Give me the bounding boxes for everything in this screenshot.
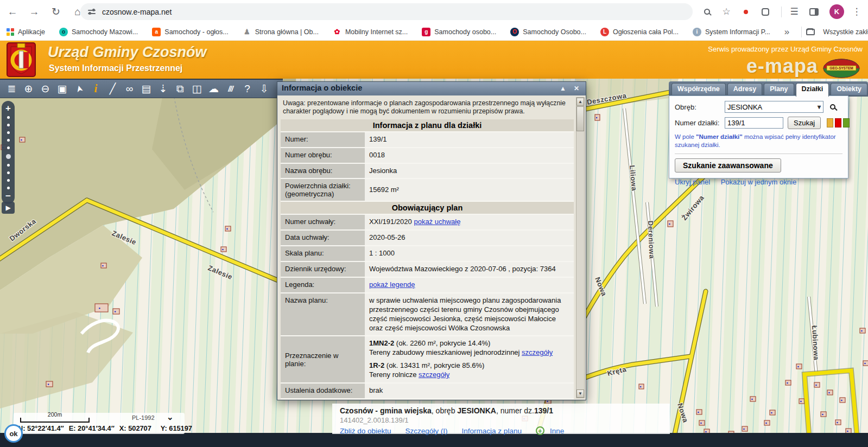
zoom-extent-icon[interactable]: ▣ (54, 82, 71, 96)
table-row: Data uchwały: 2020-05-26 (281, 231, 574, 246)
layers-icon[interactable]: ≣ (3, 82, 20, 96)
zoom-to-object-link[interactable]: Zbliż do obiektu (340, 427, 391, 435)
bookmark-item[interactable]: OSamochody Osobo... (510, 28, 586, 36)
back-icon[interactable]: ← (3, 3, 22, 21)
single-window-link[interactable]: Pokazuj w jednym oknie (721, 178, 796, 186)
zoom-out-button[interactable]: − (5, 191, 11, 201)
zoom-level-dot[interactable] (7, 146, 10, 149)
zoom-level-dot[interactable] (7, 116, 10, 119)
download-icon[interactable]: ⇩ (256, 82, 273, 96)
show-resolution-link[interactable]: pokaż uchwałę (414, 218, 460, 226)
hide-panel-link[interactable]: Ukryj panel (675, 178, 710, 186)
scrollbar-thumb[interactable] (576, 106, 584, 131)
zoom-level-dot[interactable] (7, 139, 10, 142)
plan-destination: 1MN2-2 (ok. 2260 m², pokrycie 14.4%) Ter… (369, 339, 569, 357)
bookmark-item[interactable]: oSamochody Mazowi... (59, 28, 138, 36)
help-icon[interactable]: ? (239, 82, 256, 96)
draw-polygon-icon[interactable]: ☁ (205, 82, 222, 96)
address-bar[interactable]: czosnow.e-mapa.net (80, 3, 693, 20)
dialog-title: Informacja o obiekcie (282, 84, 362, 92)
all-bookmarks-label[interactable]: Wszystkie zakładki (823, 28, 868, 36)
object-summary-bar: Czosnów - gmina wiejska, obręb JESIONKA,… (332, 404, 670, 434)
forward-icon[interactable]: → (25, 3, 43, 21)
crs-chevron-icon[interactable]: ⌄ (167, 412, 174, 422)
legend-chip[interactable] (835, 118, 841, 127)
obreb-select[interactable]: JESIONKA ▾ (725, 101, 823, 113)
divider (781, 7, 782, 17)
side-panel-icon[interactable] (806, 8, 822, 16)
street-view-icon[interactable]: ⇣ (155, 82, 172, 96)
bookmark-item[interactable]: ✿Mobilny Internet sz... (333, 28, 408, 36)
compare-icon[interactable]: ⧉ (172, 82, 188, 96)
plan-info-link[interactable]: Informacja z planu (462, 427, 522, 435)
show-legend-link[interactable]: pokaż legendę (369, 280, 415, 289)
advanced-search-button[interactable]: Szukanie zaawansowane (675, 158, 781, 173)
bookmark-star-icon[interactable]: ☆ (718, 6, 734, 17)
row-label: Numer obrębu: (281, 148, 365, 163)
chrome-menu-icon[interactable]: ⋮ (848, 6, 865, 17)
print-icon[interactable]: ▤ (138, 82, 155, 96)
zoom-level-dot[interactable] (6, 154, 11, 159)
bookmarks-overflow-icon[interactable]: » (784, 27, 789, 37)
profile-lines-icon[interactable]: /// (222, 82, 239, 96)
scroll-up-icon[interactable]: ▲ (576, 98, 584, 106)
profile-avatar[interactable]: K (829, 4, 844, 19)
zoom-level-dot[interactable] (7, 187, 10, 189)
zoom-level-dot[interactable] (7, 124, 10, 126)
table-row: Legenda: pokaż legendę (281, 278, 574, 293)
row-value: Jesionka (365, 164, 574, 178)
bookmark-item[interactable]: gSamochody osobo... (422, 28, 496, 36)
measure-icon[interactable]: ╱ (104, 82, 121, 96)
tab-obiekty[interactable]: Obiekty (831, 83, 867, 95)
zoom-level-dot[interactable] (7, 164, 10, 167)
bookmark-item[interactable]: aSamochody - ogłos... (152, 28, 228, 36)
tab-plany[interactable]: Plany (764, 83, 794, 95)
close-icon[interactable]: ✕ (574, 85, 579, 92)
pan-handle-button[interactable]: ▶ (2, 202, 15, 214)
extension-red-icon[interactable] (738, 10, 754, 14)
row-label: Ustalenia dodatkowe: (281, 384, 365, 398)
tab-adresy[interactable]: Adresy (727, 83, 762, 95)
bookmark-item[interactable]: iSystem Informacji P... (693, 28, 770, 36)
layout-icon[interactable]: ◫ (188, 82, 205, 96)
legend-chip[interactable] (827, 118, 833, 127)
collapse-icon[interactable]: ▲ (560, 85, 566, 92)
site-info-icon[interactable] (88, 9, 96, 15)
bookmark-item[interactable]: Aplikacje (7, 28, 45, 36)
zoom-level-dot[interactable] (7, 131, 10, 134)
url-text[interactable]: czosnow.e-mapa.net (102, 8, 172, 16)
tab-dzialki[interactable]: Działki (796, 83, 829, 97)
zoom-page-icon[interactable] (699, 9, 715, 15)
search-button[interactable]: Szukaj (788, 117, 821, 129)
dialog-scrollbar[interactable]: ▲ ▼ (576, 97, 585, 398)
zoom-level-dot[interactable] (7, 179, 10, 182)
ok-button[interactable]: ok (4, 424, 23, 443)
zoom-out-icon[interactable]: ⊖ (37, 82, 54, 96)
zoom-level-dot[interactable] (7, 171, 10, 174)
parcel-number-input[interactable] (725, 117, 783, 129)
details-link[interactable]: Szczegóły (I) (406, 427, 448, 435)
scroll-down-icon[interactable]: ▼ (576, 389, 584, 398)
reload-icon[interactable]: ↻ (47, 3, 65, 21)
dialog-titlebar[interactable]: Informacja o obiekcie ▲ ✕ (277, 82, 586, 95)
plus-circle-icon[interactable]: + (536, 426, 544, 435)
bookmark-favicon: L (600, 28, 609, 36)
zoom-in-icon[interactable]: ⊕ (20, 82, 37, 96)
legend-chip[interactable] (843, 118, 850, 127)
link-icon[interactable]: ∞ (121, 82, 138, 96)
object-info-icon[interactable]: i (87, 82, 104, 96)
pointer-icon[interactable]: ➤ (70, 79, 88, 98)
coord-y: Y: 615197 (161, 424, 192, 432)
bookmark-item[interactable]: ♟Strona główna | Ob... (243, 28, 319, 36)
reading-list-icon[interactable]: ☰ (786, 6, 802, 17)
extensions-icon[interactable] (757, 8, 774, 16)
row-value: 1 : 1000 (365, 246, 574, 261)
details-link[interactable]: szczegóły (522, 348, 553, 356)
other-link[interactable]: Inne (550, 427, 564, 435)
bookmark-item[interactable]: LOgłoszenia cała Pol... (600, 28, 679, 36)
tab-wspolrzedne[interactable]: Współrzędne (671, 83, 726, 95)
zoom-in-button[interactable]: + (5, 104, 11, 113)
search-icon[interactable] (830, 104, 835, 110)
details-link[interactable]: szczegóły (419, 371, 449, 379)
coord-e: E: 20°41′34.4″ (69, 424, 115, 432)
